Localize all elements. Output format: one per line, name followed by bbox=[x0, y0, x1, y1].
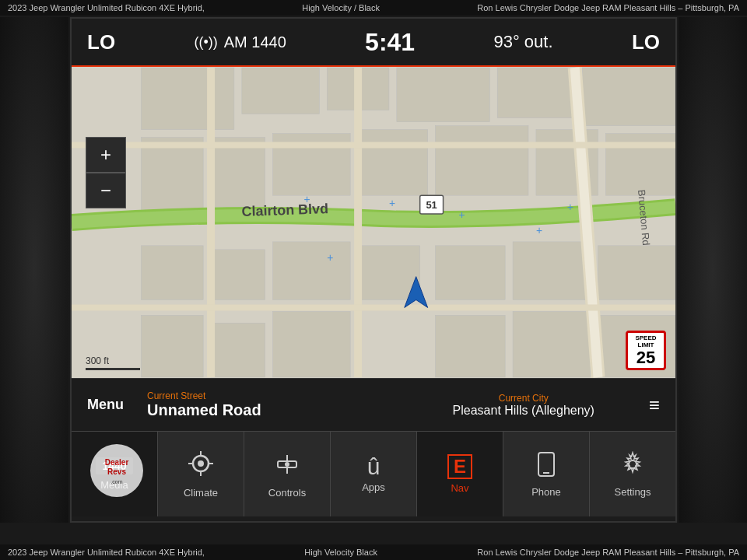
bottom-nav-bar: 1440 Media Climate bbox=[72, 431, 675, 516]
bottom-dealer-name: Ron Lewis Chrysler Dodge Jeep RAM Pleasa… bbox=[477, 548, 739, 557]
svg-text:+: + bbox=[536, 224, 542, 236]
top-dealer-name: Ron Lewis Chrysler Dodge Jeep RAM Pleasa… bbox=[477, 3, 739, 12]
zoom-out-button[interactable]: − bbox=[86, 173, 126, 208]
map-svg: Clairton Blvd Bruceton Rd 51 + + + + + + bbox=[72, 67, 675, 378]
svg-rect-16 bbox=[273, 242, 350, 300]
infotainment-screen: LO ((•)) AM 1440 5:41 93° out. LO bbox=[70, 17, 677, 523]
top-vehicle-title: 2023 Jeep Wrangler Unlimited Rubicon 4XE… bbox=[8, 3, 205, 12]
menu-button[interactable]: Menu bbox=[87, 397, 124, 413]
svg-point-53 bbox=[285, 462, 289, 467]
svg-rect-10 bbox=[358, 130, 428, 196]
side-panel-right bbox=[679, 17, 747, 523]
svg-rect-15 bbox=[211, 250, 265, 300]
scale-label: 300 ft bbox=[86, 355, 109, 366]
nav-item-apps[interactable]: û Apps bbox=[331, 432, 417, 516]
current-street-value: Unnamed Road bbox=[147, 401, 398, 419]
controls-icon bbox=[273, 450, 301, 484]
current-city-panel: Current City Pleasant Hills (Allegheny) bbox=[398, 393, 650, 418]
svg-rect-6 bbox=[583, 68, 675, 126]
speed-limit-sign: SPEEDLIMIT 25 bbox=[626, 331, 666, 370]
svg-text:+: + bbox=[458, 208, 465, 221]
svg-text:.com: .com bbox=[110, 479, 122, 485]
bottom-color-trim: High Velocity Black bbox=[304, 548, 377, 557]
svg-rect-11 bbox=[436, 126, 528, 196]
settings-icon bbox=[619, 451, 646, 483]
current-city-value: Pleasant Hills (Allegheny) bbox=[398, 404, 650, 418]
nav-item-controls[interactable]: Controls bbox=[244, 432, 331, 516]
top-bar: 2023 Jeep Wrangler Unlimited Rubicon 4XE… bbox=[0, 0, 747, 16]
svg-rect-14 bbox=[142, 246, 204, 300]
svg-text:+: + bbox=[567, 201, 573, 213]
svg-rect-4 bbox=[397, 68, 489, 122]
svg-rect-19 bbox=[513, 242, 590, 300]
nav-info-strip: Menu Current Street Unnamed Road Current… bbox=[72, 378, 675, 431]
svg-rect-18 bbox=[436, 246, 506, 300]
nav-controls-label: Controls bbox=[268, 487, 306, 499]
header-lo-left: LO bbox=[87, 30, 115, 54]
nav-item-phone[interactable]: Phone bbox=[503, 432, 590, 516]
svg-rect-22 bbox=[211, 323, 265, 377]
nav-item-settings[interactable]: Settings bbox=[590, 432, 675, 516]
svg-text:Dealer: Dealer bbox=[105, 458, 129, 467]
nav-nav-label: Nav bbox=[451, 482, 468, 494]
bottom-vehicle-title: 2023 Jeep Wrangler Unlimited Rubicon 4XE… bbox=[8, 548, 205, 557]
radio-label: AM 1440 bbox=[224, 33, 286, 51]
svg-rect-23 bbox=[273, 311, 350, 377]
speed-limit-number: 25 bbox=[630, 349, 662, 366]
svg-rect-24 bbox=[436, 315, 506, 377]
scale-indicator: 300 ft bbox=[86, 355, 140, 370]
svg-text:51: 51 bbox=[426, 199, 437, 211]
radio-wave-icon: ((•)) bbox=[194, 34, 217, 51]
svg-text:+: + bbox=[389, 197, 395, 209]
nav-phone-label: Phone bbox=[531, 486, 561, 498]
svg-text:+: + bbox=[303, 193, 310, 205]
climate-icon bbox=[187, 450, 215, 484]
svg-rect-1 bbox=[142, 68, 234, 130]
svg-rect-7 bbox=[142, 138, 204, 215]
svg-rect-25 bbox=[513, 311, 590, 377]
current-city-label: Current City bbox=[398, 393, 650, 404]
nav-icon: E bbox=[447, 454, 472, 479]
svg-rect-2 bbox=[242, 68, 319, 114]
header-temp: 93° out. bbox=[493, 32, 552, 52]
hamburger-menu-button[interactable]: ≡ bbox=[649, 394, 660, 416]
phone-icon bbox=[535, 451, 557, 483]
svg-point-45 bbox=[198, 460, 204, 467]
top-color-trim: High Velocity / Black bbox=[302, 3, 380, 12]
bottom-bar: 2023 Jeep Wrangler Unlimited Rubicon 4XE… bbox=[0, 544, 747, 560]
header-lo-right: LO bbox=[632, 30, 660, 54]
zoom-in-button[interactable]: + bbox=[86, 137, 126, 173]
zoom-controls[interactable]: + − bbox=[86, 137, 126, 208]
map-area: Clairton Blvd Bruceton Rd 51 + + + + + + bbox=[72, 67, 675, 378]
nav-climate-label: Climate bbox=[184, 487, 218, 499]
scale-bar bbox=[86, 368, 140, 370]
svg-text:Clairton Blvd: Clairton Blvd bbox=[241, 201, 328, 219]
header-radio: ((•)) AM 1440 bbox=[194, 33, 286, 51]
header-strip: LO ((•)) AM 1440 5:41 93° out. LO bbox=[72, 19, 675, 67]
current-street-panel: Current Street Unnamed Road bbox=[147, 390, 398, 419]
apps-icon: û bbox=[367, 455, 381, 478]
svg-rect-5 bbox=[497, 68, 574, 118]
nav-item-nav[interactable]: E Nav bbox=[417, 432, 503, 516]
nav-apps-label: Apps bbox=[362, 481, 385, 493]
side-panel-left bbox=[0, 17, 68, 523]
svg-text:+: + bbox=[327, 251, 333, 264]
current-street-label: Current Street bbox=[147, 390, 398, 401]
nav-settings-label: Settings bbox=[615, 486, 651, 498]
svg-text:Revs: Revs bbox=[107, 467, 126, 476]
header-time: 5:41 bbox=[365, 28, 415, 57]
watermark: Dealer Revs .com bbox=[82, 443, 152, 498]
nav-item-climate[interactable]: Climate bbox=[158, 432, 244, 516]
svg-rect-21 bbox=[142, 315, 204, 377]
svg-rect-20 bbox=[598, 246, 675, 300]
